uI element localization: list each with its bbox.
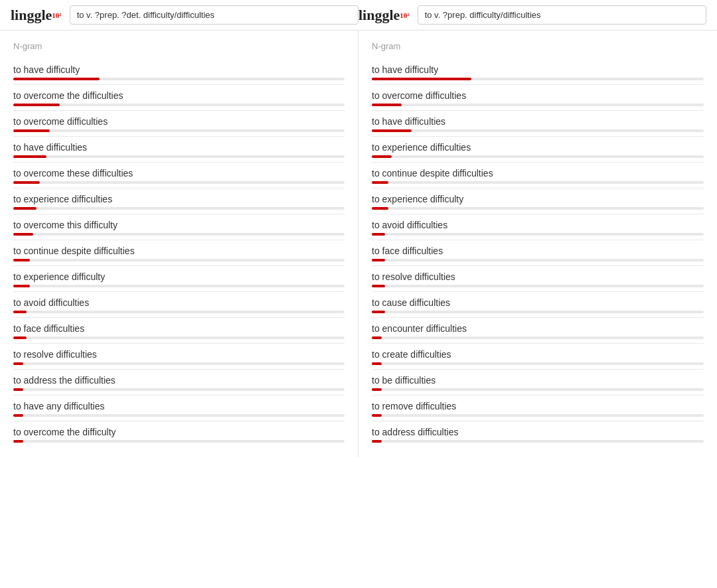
ngram-text: to overcome the difficulties [13,85,345,104]
ngram-text: to resolve difficulties [372,266,704,285]
bar-track [372,129,704,132]
logo-text-left: linggle [11,7,52,24]
list-item[interactable]: to avoid difficulties [13,292,345,318]
left-header: linggle10² [11,5,358,25]
list-item[interactable]: to overcome the difficulty [13,421,345,443]
list-item[interactable]: to have difficulty [13,59,345,85]
bar-track [372,233,704,236]
list-item[interactable]: to overcome the difficulties [13,85,345,111]
panel-left: N-gram to have difficultyto overcome the… [0,31,358,457]
ngram-text: to have difficulties [372,111,704,129]
bar-fill [372,233,385,236]
bar-track [13,233,345,236]
list-item[interactable]: to overcome this difficulty [13,214,345,240]
bar-fill [13,285,30,287]
bar-track [372,78,704,80]
ngram-text: to have difficulties [13,137,345,155]
list-item[interactable]: to resolve difficulties [13,344,345,370]
ngram-text: to remove difficulties [372,396,704,414]
items-right: to have difficultyto overcome difficulti… [372,59,704,443]
list-item[interactable]: to have difficulties [13,137,345,163]
list-item[interactable]: to create difficulties [372,344,704,370]
list-item[interactable]: to be difficulties [372,370,704,396]
bar-fill [13,155,46,158]
bar-fill [13,336,27,339]
bar-track [13,336,345,339]
ngram-label-right: N-gram [372,41,704,51]
bar-fill [372,362,382,365]
list-item[interactable]: to cause difficulties [372,292,704,318]
bar-track [13,362,345,365]
ngram-text: to address the difficulties [13,370,345,388]
bar-track [13,129,345,132]
list-item[interactable]: to remove difficulties [372,396,704,421]
bar-fill [13,259,30,261]
bar-fill [372,414,382,417]
bar-track [13,311,345,313]
bar-fill [13,181,40,184]
list-item[interactable]: to overcome these difficulties [13,163,345,188]
list-item[interactable]: to address difficulties [372,421,704,443]
list-item[interactable]: to experience difficulties [372,137,704,163]
logo-right: linggle10² [358,7,410,24]
bar-fill [13,129,50,132]
bar-fill [372,388,382,391]
list-item[interactable]: to resolve difficulties [372,266,704,292]
bar-track [13,388,345,391]
bar-track [13,440,345,443]
bar-track [372,362,704,365]
bar-fill [13,414,23,417]
panel-right: N-gram to have difficultyto overcome dif… [358,31,717,457]
list-item[interactable]: to overcome difficulties [372,85,704,111]
ngram-text: to overcome the difficulty [13,421,345,440]
bar-fill [372,259,385,261]
list-item[interactable]: to experience difficulties [13,188,345,214]
list-item[interactable]: to avoid difficulties [372,214,704,240]
top-bar: linggle10² linggle10² [0,0,717,31]
list-item[interactable]: to continue despite difficulties [13,240,345,266]
list-item[interactable]: to address the difficulties [13,370,345,396]
ngram-text: to address difficulties [372,421,704,440]
right-header: linggle10² [358,5,706,25]
bar-fill [13,440,23,443]
ngram-text: to overcome difficulties [372,85,704,104]
bar-track [372,440,704,443]
bar-fill [13,362,23,365]
ngram-text: to overcome this difficulty [13,214,345,233]
bar-fill [372,129,412,132]
ngram-text: to cause difficulties [372,292,704,311]
list-item[interactable]: to experience difficulty [372,188,704,214]
list-item[interactable]: to have difficulty [372,59,704,85]
list-item[interactable]: to have any difficulties [13,396,345,421]
list-item[interactable]: to experience difficulty [13,266,345,292]
search-input-right[interactable] [418,5,706,25]
bar-fill [372,78,471,80]
search-input-left[interactable] [70,5,358,25]
bar-track [13,414,345,417]
ngram-text: to have difficulty [13,59,345,78]
list-item[interactable]: to face difficulties [13,318,345,344]
list-item[interactable]: to overcome difficulties [13,111,345,137]
ngram-text: to experience difficulty [13,266,345,285]
ngram-text: to overcome difficulties [13,111,345,129]
main-content: N-gram to have difficultyto overcome the… [0,31,717,457]
bar-fill [372,311,385,313]
bar-fill [13,233,33,236]
list-item[interactable]: to have difficulties [372,111,704,137]
ngram-text: to be difficulties [372,370,704,388]
bar-track [13,207,345,210]
bar-track [372,388,704,391]
bar-track [372,311,704,313]
bar-track [372,155,704,158]
bar-fill [13,104,60,106]
ngram-text: to avoid difficulties [13,292,345,311]
list-item[interactable]: to encounter difficulties [372,318,704,344]
bar-track [13,104,345,106]
bar-fill [372,336,382,339]
list-item[interactable]: to continue despite difficulties [372,163,704,188]
bar-track [372,259,704,261]
list-item[interactable]: to face difficulties [372,240,704,266]
ngram-text: to avoid difficulties [372,214,704,233]
bar-track [372,181,704,184]
bar-fill [372,440,382,443]
